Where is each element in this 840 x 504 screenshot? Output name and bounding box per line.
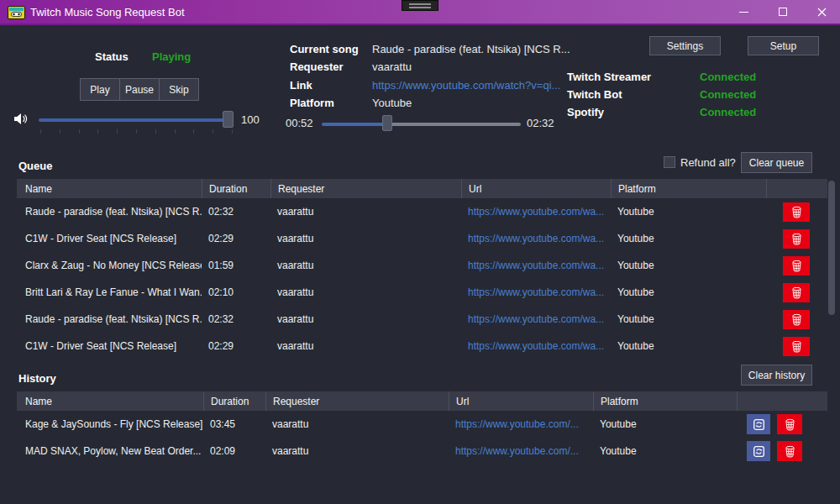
- queue-col-actions: [766, 179, 827, 198]
- queue-cell-url[interactable]: https://www.youtube.com/wa...: [461, 340, 611, 352]
- history-title: History: [18, 372, 56, 385]
- volume-tick-marks: [40, 129, 234, 134]
- queue-cell-platform: Youtube: [611, 233, 766, 244]
- queue-cell-name: C1W - Driver Seat [NCS Release]: [17, 233, 202, 244]
- trash-icon: [790, 313, 803, 326]
- clear-queue-button[interactable]: Clear queue: [741, 152, 812, 173]
- progress-track-filled[interactable]: [322, 123, 387, 126]
- queue-delete-button[interactable]: [783, 256, 810, 276]
- history-col-url[interactable]: Url: [449, 391, 593, 411]
- history-cell-name: Kage & JaySounds - Fly [NCS Release]: [17, 418, 203, 430]
- history-cell-url[interactable]: https://www.youtube.com/...: [449, 445, 593, 457]
- queue-cell-url[interactable]: https://www.youtube.com/wa...: [461, 313, 611, 325]
- history-row: Kage & JaySounds - Fly [NCS Release] 03:…: [17, 411, 827, 438]
- trash-icon: [790, 206, 803, 218]
- trash-icon: [790, 340, 803, 353]
- queue-cell-name: Raude - paradise (feat. Ntsika) [NCS R..…: [17, 206, 202, 218]
- close-icon: [817, 8, 827, 17]
- history-cell-url[interactable]: https://www.youtube.com/...: [449, 418, 593, 430]
- requester-label: Requester: [290, 60, 344, 73]
- progress-track-remaining[interactable]: [387, 123, 521, 126]
- queue-delete-button[interactable]: [783, 310, 810, 329]
- queue-delete-button[interactable]: [783, 283, 810, 302]
- queue-col-duration[interactable]: Duration: [202, 179, 270, 198]
- current-song-value: Raude - paradise (feat. Ntsika) [NCS R..…: [372, 43, 570, 55]
- cassette-app-icon: [8, 6, 25, 23]
- history-delete-button[interactable]: [777, 441, 802, 461]
- history-requeue-button[interactable]: [747, 414, 770, 434]
- play-button[interactable]: Play: [80, 78, 120, 101]
- queue-delete-button[interactable]: [783, 229, 810, 249]
- queue-row: C1W - Driver Seat [NCS Release] 02:29 va…: [17, 333, 827, 360]
- history-delete-button[interactable]: [777, 414, 802, 434]
- minimize-button[interactable]: [727, 0, 760, 24]
- close-button[interactable]: [805, 0, 838, 24]
- queue-cell-duration: 02:29: [202, 340, 270, 352]
- queue-delete-button[interactable]: [783, 337, 810, 356]
- queue-cell-requester: vaarattu: [270, 313, 461, 325]
- queue-row: Raude - paradise (feat. Ntsika) [NCS R..…: [17, 198, 827, 225]
- refund-all-checkbox[interactable]: [664, 156, 675, 168]
- title-bar: Twitch Music Song Request Bot: [0, 0, 840, 25]
- history-cell-requester: vaarattu: [265, 445, 449, 457]
- queue-cell-platform: Youtube: [611, 313, 766, 325]
- history-col-requester[interactable]: Requester: [265, 391, 449, 411]
- queue-cell-requester: vaarattu: [270, 206, 461, 218]
- setup-button[interactable]: Setup: [748, 36, 819, 55]
- queue-cell-url[interactable]: https://www.youtube.com/wa...: [461, 286, 611, 298]
- connection-label-spotify: Spotify: [567, 106, 604, 118]
- progress-elapsed: 00:52: [286, 117, 313, 129]
- speaker-icon: [13, 112, 29, 129]
- queue-cell-platform: Youtube: [611, 260, 766, 271]
- queue-col-name[interactable]: Name: [17, 179, 202, 198]
- history-row: MAD SNAX, Poylow, New Beat Order... 02:0…: [17, 438, 827, 465]
- queue-cell-url[interactable]: https://www.youtube.com/wa...: [461, 260, 611, 271]
- history-cell-platform: Youtube: [593, 418, 737, 430]
- queue-cell-url[interactable]: https://www.youtube.com/wa...: [461, 206, 611, 218]
- minimize-icon: [739, 12, 748, 13]
- queue-delete-button[interactable]: [783, 202, 810, 222]
- queue-cell-platform: Youtube: [611, 286, 766, 298]
- progress-thumb[interactable]: [382, 115, 392, 131]
- pause-button[interactable]: Pause: [119, 78, 160, 101]
- status-value: Playing: [152, 50, 191, 63]
- queue-scrollbar-thumb[interactable]: [828, 181, 835, 315]
- history-col-name[interactable]: Name: [17, 391, 203, 411]
- volume-value: 100: [241, 113, 260, 126]
- screen-share-handle[interactable]: [402, 0, 438, 11]
- queue-cell-platform: Youtube: [611, 340, 766, 352]
- queue-cell-name: Britt Lari & Ray Le Fanue - What I Wan..…: [17, 286, 202, 298]
- trash-icon: [790, 233, 803, 245]
- progress-total: 02:32: [527, 117, 554, 129]
- queue-cell-requester: vaarattu: [270, 233, 461, 244]
- history-requeue-button[interactable]: [747, 441, 770, 461]
- platform-value: Youtube: [372, 97, 412, 109]
- skip-button[interactable]: Skip: [159, 78, 199, 101]
- history-cell-platform: Youtube: [593, 445, 737, 457]
- history-cell-duration: 02:09: [203, 445, 265, 457]
- queue-col-requester[interactable]: Requester: [270, 179, 461, 198]
- current-song-label: Current song: [290, 43, 359, 55]
- link-label: Link: [290, 79, 312, 92]
- clear-history-button[interactable]: Clear history: [741, 365, 812, 386]
- maximize-icon: [779, 8, 787, 16]
- queue-cell-name: Raude - paradise (feat. Ntsika) [NCS R..…: [17, 313, 202, 325]
- current-song-link[interactable]: https://www.youtube.com/watch?v=qi...: [372, 79, 560, 92]
- queue-cell-duration: 02:32: [202, 313, 270, 325]
- queue-cell-duration: 02:10: [202, 286, 270, 298]
- maximize-button[interactable]: [766, 0, 800, 24]
- refund-all-label: Refund all?: [680, 156, 736, 169]
- volume-slider-track[interactable]: [39, 118, 234, 122]
- queue-col-url[interactable]: Url: [461, 179, 611, 198]
- history-col-platform[interactable]: Platform: [593, 391, 737, 411]
- volume-slider-thumb[interactable]: [223, 111, 234, 128]
- queue-cell-requester: vaarattu: [270, 286, 461, 298]
- queue-row: Britt Lari & Ray Le Fanue - What I Wan..…: [17, 279, 827, 306]
- queue-col-platform[interactable]: Platform: [611, 179, 766, 198]
- queue-row: Clarx & Zaug - No Money [NCS Release] 01…: [17, 252, 827, 279]
- queue-cell-requester: vaarattu: [270, 340, 461, 352]
- queue-cell-url[interactable]: https://www.youtube.com/wa...: [461, 233, 611, 244]
- history-col-duration[interactable]: Duration: [203, 391, 265, 411]
- history-cell-name: MAD SNAX, Poylow, New Beat Order...: [17, 445, 203, 457]
- settings-button[interactable]: Settings: [649, 36, 721, 55]
